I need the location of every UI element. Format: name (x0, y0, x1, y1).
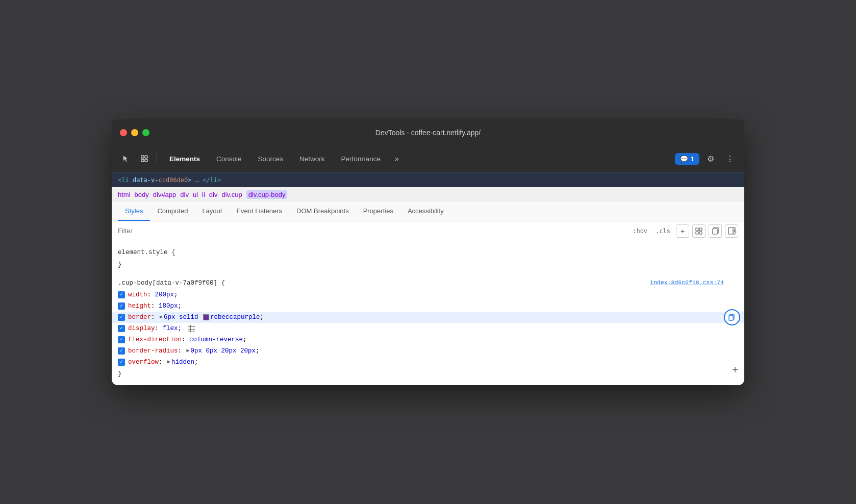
css-source-link[interactable]: index.8d6c6f18.css:74 (650, 278, 724, 287)
checkbox-display[interactable] (118, 325, 125, 332)
filter-actions: :hov .cls + (630, 224, 738, 238)
flex-grid-icon[interactable] (188, 325, 195, 332)
checkbox-border[interactable] (118, 314, 125, 321)
subtab-computed[interactable]: Computed (150, 202, 195, 221)
hov-button[interactable]: :hov (630, 226, 650, 236)
top-element-code: <li data-v-ccd06de0> … </li> (118, 177, 221, 184)
breadcrumb-div2[interactable]: div (209, 191, 218, 198)
element-style-closing: } (112, 259, 744, 271)
tab-performance[interactable]: Performance (333, 150, 389, 167)
css-prop-display: display : flex ; (112, 323, 744, 334)
breadcrumb-body[interactable]: body (135, 191, 149, 198)
tab-sources[interactable]: Sources (250, 150, 292, 167)
svg-rect-3 (145, 159, 147, 162)
cup-body-rule: .cup-body[data-v-7a0f9f00] { index.8d6c6… (112, 276, 744, 381)
css-prop-border: border : ▶ 6px solid rebeccapurple ; (112, 312, 744, 323)
css-prop-width: width : 200px ; (112, 289, 744, 300)
maximize-button[interactable] (142, 129, 149, 136)
svg-rect-6 (696, 232, 698, 234)
chat-badge-button[interactable]: 💬 1 (675, 153, 699, 165)
badge-count: 1 (691, 155, 694, 163)
more-tabs-button[interactable]: » (389, 150, 405, 167)
minimize-button[interactable] (131, 129, 138, 136)
filter-input[interactable] (118, 227, 626, 235)
chat-icon: 💬 (680, 155, 688, 163)
svg-rect-7 (699, 232, 702, 234)
breadcrumb-ul[interactable]: ul (193, 191, 198, 198)
titlebar: DevTools - coffee-cart.netlify.app/ (112, 119, 744, 146)
tab-network[interactable]: Network (291, 150, 333, 167)
window-title: DevTools - coffee-cart.netlify.app/ (375, 129, 481, 137)
checkbox-border-radius[interactable] (118, 347, 125, 355)
checkbox-overflow[interactable] (118, 359, 125, 366)
cursor-icon[interactable] (118, 150, 134, 167)
cup-body-rule-closing: } + (112, 368, 744, 380)
svg-rect-15 (729, 315, 733, 320)
border-expand-arrow[interactable]: ▶ (160, 313, 163, 321)
checkbox-flex-direction[interactable] (118, 336, 125, 343)
subtab-accessibility[interactable]: Accessibility (400, 202, 451, 221)
subtab-styles[interactable]: Styles (118, 202, 150, 221)
copy-styles-button[interactable] (709, 224, 722, 238)
dom-breadcrumb: html body div#app div ul li div div.cup … (112, 187, 744, 202)
computed-styles-icon[interactable] (692, 224, 706, 238)
border-radius-expand-arrow[interactable]: ▶ (187, 347, 190, 355)
top-element-row: <li data-v-ccd06de0> … </li> (112, 172, 744, 187)
add-style-button[interactable]: + (676, 224, 689, 238)
tab-elements[interactable]: Elements (161, 150, 208, 167)
filter-bar: :hov .cls + (112, 221, 744, 241)
close-button[interactable] (120, 129, 127, 136)
css-prop-height: height : 180px ; (112, 300, 744, 312)
breadcrumb-html[interactable]: html (118, 191, 131, 198)
svg-rect-10 (728, 228, 735, 234)
sub-tabs-bar: Styles Computed Layout Event Listeners D… (112, 202, 744, 221)
styles-panel: Styles Computed Layout Event Listeners D… (112, 202, 744, 385)
css-prop-flex-direction: flex-direction : column-reverse ; (112, 334, 744, 345)
layers-icon[interactable] (136, 150, 153, 167)
main-toolbar: Elements Console Sources Network Perform… (112, 146, 744, 172)
svg-rect-4 (696, 228, 698, 231)
element-style-selector: element.style { (112, 246, 744, 259)
color-swatch-rebeccapurple[interactable] (203, 314, 209, 320)
svg-rect-2 (141, 159, 144, 162)
tab-console[interactable]: Console (208, 150, 250, 167)
cup-body-selector-line: .cup-body[data-v-7a0f9f00] { index.8d6c6… (112, 277, 744, 289)
subtab-dom-breakpoints[interactable]: DOM Breakpoints (289, 202, 356, 221)
checkbox-height[interactable] (118, 303, 125, 310)
breadcrumb-divapp[interactable]: div#app (153, 191, 177, 198)
overflow-expand-arrow[interactable]: ▶ (167, 358, 170, 366)
traffic-lights (120, 129, 149, 136)
subtab-layout[interactable]: Layout (195, 202, 229, 221)
svg-rect-1 (145, 156, 147, 158)
add-rule-button[interactable]: + (732, 364, 738, 376)
settings-icon-button[interactable]: ⚙ (702, 150, 719, 167)
element-style-rule: element.style { } (112, 245, 744, 272)
devtools-window: DevTools - coffee-cart.netlify.app/ Elem… (112, 119, 744, 385)
toggle-sidebar-button[interactable] (725, 224, 738, 238)
css-prop-overflow: overflow : ▶ hidden ; (112, 357, 744, 368)
svg-rect-9 (713, 229, 717, 234)
breadcrumb-li[interactable]: li (202, 191, 205, 198)
breadcrumb-divcup[interactable]: div.cup (221, 191, 242, 198)
css-prop-border-radius: border-radius : ▶ 0px 0px 20px 20px ; (112, 345, 744, 357)
svg-rect-5 (699, 228, 702, 231)
svg-line-13 (734, 231, 735, 233)
svg-rect-0 (141, 156, 144, 158)
toolbar-tabs: Elements Console Sources Network Perform… (161, 150, 673, 167)
subtab-properties[interactable]: Properties (356, 202, 400, 221)
cls-button[interactable]: .cls (653, 226, 673, 236)
checkbox-width[interactable] (118, 291, 125, 298)
more-options-button[interactable]: ⋮ (722, 150, 738, 167)
toolbar-right: 💬 1 ⚙ ⋮ (675, 150, 738, 167)
subtab-event-listeners[interactable]: Event Listeners (229, 202, 289, 221)
toolbar-divider (157, 153, 157, 165)
css-content: element.style { } .cup-body[data-v-7a0f9… (112, 241, 744, 385)
breadcrumb-div[interactable]: div (180, 191, 189, 198)
svg-line-12 (734, 230, 735, 231)
breadcrumb-divcupbody[interactable]: div.cup-body (246, 190, 288, 199)
